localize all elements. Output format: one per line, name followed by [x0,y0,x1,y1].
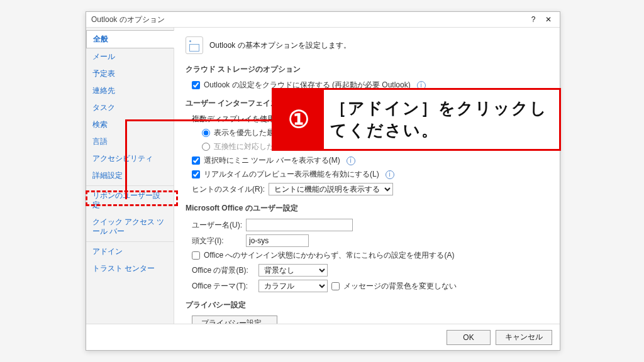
live-preview-row[interactable]: リアルタイムのプレビュー表示機能を有効にする(L) i [192,169,548,180]
always-use-checkbox[interactable] [192,251,200,260]
window-title: Outlook のオプション [90,14,526,25]
info-icon[interactable]: i [417,81,426,90]
info-icon[interactable]: i [313,115,322,124]
close-button[interactable]: ✕ [541,12,556,27]
sidebar-item-6[interactable]: 言語 [86,133,174,150]
radio-display[interactable] [202,129,210,137]
sidebar-item-7[interactable]: アクセシビリティ [86,150,174,167]
radio-display-optimize[interactable]: 表示を優先した最適化(A) [202,128,548,138]
cancel-button[interactable]: キャンセル [496,330,552,345]
help-button[interactable]: ? [526,12,541,27]
dialog-body: 全般メール予定表連絡先タスク検索言語アクセシビリティ詳細設定リボンのユーザー設定… [86,27,560,324]
office-bg-row: Office の背景(B): 背景なし [192,264,548,277]
sidebar-item-3[interactable]: 連絡先 [86,82,174,99]
hint-style-row: ヒントのスタイル(R): ヒントに機能の説明を表示する [192,183,548,195]
sidebar: 全般メール予定表連絡先タスク検索言語アクセシビリティ詳細設定リボンのユーザー設定… [86,28,174,324]
opt-cloud-save[interactable]: Outlook の設定をクラウドに保存する (再起動が必要 Outlook) i [192,80,548,90]
multi-display-label: 複数ディスプレイを使用する場合: i [192,114,548,124]
office-theme-row: Office テーマ(T): カラフル メッセージの背景色を変更しない [192,280,548,292]
sidebar-item-8[interactable]: 詳細設定 [86,167,174,184]
username-field[interactable] [246,219,353,231]
office-theme-select[interactable]: カラフル [258,280,328,292]
main-panel: Outlook の基本オプションを設定します。 クラウド ストレージのオプション… [174,28,560,324]
hint-style-select[interactable]: ヒントに機能の説明を表示する [269,183,393,195]
live-preview-checkbox[interactable] [192,170,200,178]
office-bg-select[interactable]: 背景なし [258,264,328,277]
page-summary: Outlook の基本オプションを設定します。 [209,40,351,51]
page-header: Outlook の基本オプションを設定します。 [186,36,548,54]
sidebar-item-13[interactable]: アドイン [86,243,174,260]
always-use-row[interactable]: Office へのサインイン状態にかかわらず、常にこれらの設定を使用する(A) [192,250,548,261]
sidebar-item-0[interactable]: 全般 [86,30,174,48]
privacy-settings-button[interactable]: プライバシー設定... [192,315,277,324]
section-cloud-title: クラウド ストレージのオプション [186,64,548,75]
cloud-save-checkbox[interactable] [192,81,200,89]
general-icon [186,36,203,54]
options-dialog: Outlook のオプション ? ✕ 全般メール予定表連絡先タスク検索言語アクセ… [86,11,560,351]
mini-toolbar-checkbox[interactable] [192,156,200,165]
sidebar-item-11[interactable]: クイック アクセス ツール バー [86,214,174,240]
sidebar-item-10[interactable]: リボンのユーザー設定 [86,187,174,214]
mini-toolbar-row[interactable]: 選択時にミニ ツール バーを表示する(M) i [192,155,548,166]
no-msg-bg-checkbox[interactable] [331,282,340,290]
radio-compat-optimize[interactable]: 互換性に対応した最適化 (アプリケーションの再起動が必要)(C) [202,141,548,152]
sidebar-item-14[interactable]: トラスト センター [86,260,174,277]
section-privacy-title: プライバシー設定 [186,300,548,310]
titlebar: Outlook のオプション ? ✕ [86,12,560,27]
sidebar-item-4[interactable]: タスク [86,99,174,116]
dialog-buttons: OK キャンセル [86,324,560,350]
info-icon[interactable]: i [347,156,355,165]
initials-field[interactable] [246,234,309,247]
sidebar-item-2[interactable]: 予定表 [86,65,174,82]
sidebar-separator [86,185,174,186]
initials-row: 頭文字(I): [192,234,548,247]
section-ui-title: ユーザー インターフェイスのオプション [186,98,548,109]
section-office-user-title: Microsoft Office のユーザー設定 [186,203,548,214]
radio-compat[interactable] [202,143,210,151]
sidebar-item-1[interactable]: メール [86,48,174,65]
username-row: ユーザー名(U): [192,219,548,231]
ok-button[interactable]: OK [447,330,491,345]
info-icon[interactable]: i [386,170,394,179]
sidebar-item-5[interactable]: 検索 [86,116,174,133]
sidebar-separator [86,241,174,242]
